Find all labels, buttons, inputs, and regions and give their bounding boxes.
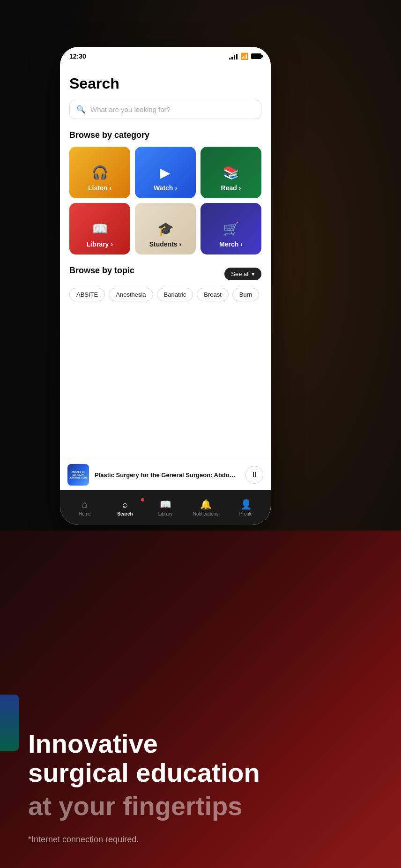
thumbnail-label: ANNALS OF SURGERY JOURNAL CLUB	[69, 471, 88, 479]
app-content: Search 🔍 What are you looking for? Brows…	[60, 66, 271, 525]
profile-icon: 👤	[240, 499, 252, 510]
search-icon: 🔍	[76, 105, 86, 114]
marketing-section: Innovative surgical education at your fi…	[0, 531, 401, 868]
wifi-icon: 📶	[240, 52, 248, 60]
nav-item-library[interactable]: 📖 Library	[145, 499, 186, 516]
nav-label-notifications: Notifications	[193, 511, 218, 516]
library-icon: 📖	[92, 221, 108, 237]
bottom-nav: ⌂ Home ⌕ Search 📖 Library 🔔 Notification…	[60, 490, 271, 525]
category-read-card[interactable]: 📚 Read ›	[200, 147, 261, 198]
watch-label: Watch ›	[154, 184, 177, 192]
status-bar: 12:30 📶	[60, 47, 271, 66]
library-nav-icon: 📖	[160, 499, 171, 510]
topic-chip-anesthesia[interactable]: Anesthesia	[109, 288, 153, 301]
listen-icon: 🎧	[92, 165, 108, 180]
home-icon: ⌂	[82, 499, 88, 510]
browse-topic-heading: Browse by topic	[69, 266, 134, 276]
topic-chip-bariatric[interactable]: Bariatric	[157, 288, 193, 301]
students-icon: 🎓	[157, 221, 174, 237]
topic-header: Browse by topic See all ▾	[69, 266, 261, 282]
search-notification-dot	[141, 498, 144, 501]
see-all-button[interactable]: See all ▾	[224, 268, 261, 280]
signal-bar-4	[236, 54, 238, 60]
topic-chip-breast[interactable]: Breast	[197, 288, 229, 301]
search-nav-icon: ⌕	[122, 499, 128, 510]
students-label: Students ›	[149, 240, 182, 248]
nav-item-home[interactable]: ⌂ Home	[65, 499, 105, 516]
nav-label-profile: Profile	[239, 511, 252, 516]
nav-item-notifications[interactable]: 🔔 Notifications	[186, 499, 226, 516]
notifications-icon: 🔔	[200, 499, 212, 510]
signal-bar-2	[231, 57, 233, 60]
nav-item-search[interactable]: ⌕ Search	[105, 499, 145, 516]
left-thumbnail	[0, 695, 19, 751]
nav-label-home: Home	[79, 511, 91, 516]
nav-item-profile[interactable]: 👤 Profile	[226, 499, 266, 516]
now-playing-thumbnail: ANNALS OF SURGERY JOURNAL CLUB	[67, 464, 89, 486]
watch-icon: ▶	[160, 165, 171, 180]
category-watch-card[interactable]: ▶ Watch ›	[135, 147, 196, 198]
marketing-line3: at your fingertips	[28, 792, 373, 821]
topic-chips: ABSITE Anesthesia Bariatric Breast Burn	[69, 288, 261, 301]
chevron-down-icon: ▾	[252, 270, 255, 277]
topic-section: Browse by topic See all ▾ ABSITE Anesthe…	[69, 266, 261, 301]
marketing-note: *Internet connection required.	[28, 835, 373, 845]
category-listen-card[interactable]: 🎧 Listen ›	[69, 147, 130, 198]
status-time: 12:30	[69, 52, 86, 60]
nav-label-library: Library	[158, 511, 173, 516]
merch-icon: 🛒	[223, 221, 239, 237]
category-merch-card[interactable]: 🛒 Merch ›	[200, 203, 261, 254]
merch-label: Merch ›	[219, 240, 243, 248]
now-playing-bar[interactable]: ANNALS OF SURGERY JOURNAL CLUB Plastic S…	[60, 459, 271, 490]
marketing-line1: Innovative surgical education	[28, 729, 373, 787]
phone-frame: 12:30 📶 Search 🔍 What are you looking fo…	[60, 47, 271, 525]
scroll-content: Search 🔍 What are you looking for? Brows…	[60, 66, 271, 459]
signal-bars-icon	[229, 53, 238, 60]
search-input-placeholder: What are you looking for?	[90, 105, 171, 113]
topic-chip-burn[interactable]: Burn	[232, 288, 259, 301]
status-icons: 📶	[229, 52, 261, 60]
nav-label-search: Search	[117, 511, 133, 516]
signal-bar-1	[229, 58, 230, 60]
battery-icon	[251, 53, 261, 59]
pause-button[interactable]: ⏸	[245, 466, 263, 484]
read-icon: 📚	[223, 165, 239, 180]
listen-label: Listen ›	[88, 184, 111, 192]
category-students-card[interactable]: 🎓 Students ›	[135, 203, 196, 254]
search-bar[interactable]: 🔍 What are you looking for?	[69, 100, 261, 119]
library-label: Library ›	[87, 240, 113, 248]
category-library-card[interactable]: 📖 Library ›	[69, 203, 130, 254]
page-title: Search	[69, 75, 261, 92]
now-playing-info: Plastic Surgery for the General Surgeon:…	[95, 471, 240, 479]
now-playing-title: Plastic Surgery for the General Surgeon:…	[95, 471, 240, 479]
browse-category-heading: Browse by category	[69, 130, 261, 140]
signal-bar-3	[234, 55, 235, 60]
topic-chip-absite[interactable]: ABSITE	[69, 288, 105, 301]
read-label: Read ›	[221, 184, 241, 192]
category-grid: 🎧 Listen › ▶ Watch › 📚	[69, 147, 261, 254]
